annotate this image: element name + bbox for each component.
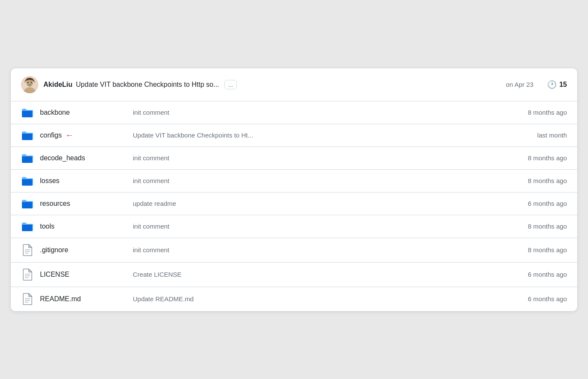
folder-icon: [21, 153, 33, 163]
commit-author: AkideLiu: [43, 81, 73, 89]
file-name[interactable]: .gitignore: [40, 246, 126, 254]
commit-message-cell: Update README.md: [133, 295, 491, 303]
more-button[interactable]: ...: [224, 80, 237, 89]
file-name[interactable]: backbone: [40, 109, 126, 116]
folder-icon: [21, 130, 33, 141]
table-row[interactable]: README.mdUpdate README.md6 months ago: [11, 287, 577, 311]
commit-message-cell: update readme: [133, 200, 491, 207]
file-name[interactable]: losses: [40, 177, 126, 185]
file-time: 8 months ago: [498, 177, 567, 184]
svg-point-1: [26, 79, 33, 87]
file-time: 8 months ago: [498, 246, 567, 254]
file-time: 8 months ago: [498, 109, 567, 116]
file-name[interactable]: README.md: [40, 295, 126, 303]
file-time: 8 months ago: [498, 154, 567, 162]
commit-message-cell: init comment: [133, 109, 491, 116]
folder-icon: [21, 107, 33, 118]
commit-message-cell: Update VIT backbone Checkpoints to Ht...: [133, 131, 491, 139]
folder-icon: [21, 176, 33, 186]
table-row[interactable]: lossesinit comment8 months ago: [11, 170, 577, 193]
file-icon: [21, 293, 33, 305]
table-row[interactable]: decode_headsinit comment8 months ago: [11, 147, 577, 170]
history-count: 15: [559, 81, 567, 89]
arrow-annotation: ←: [65, 130, 74, 140]
file-name[interactable]: decode_heads: [40, 154, 126, 162]
clock-icon: 🕐: [547, 80, 557, 89]
folder-icon: [21, 221, 33, 232]
commit-message-cell: Create LICENSE: [133, 271, 491, 278]
table-row[interactable]: configs←Update VIT backbone Checkpoints …: [11, 124, 577, 147]
avatar: [21, 76, 38, 93]
file-list: backboneinit comment8 months ago configs…: [11, 101, 577, 311]
file-time: 6 months ago: [498, 271, 567, 278]
commit-message-cell: init comment: [133, 223, 491, 230]
commit-message-cell: init comment: [133, 246, 491, 254]
file-time: last month: [498, 131, 567, 139]
table-row[interactable]: resourcesupdate readme6 months ago: [11, 193, 577, 215]
commit-header: AkideLiu Update VIT backbone Checkpoints…: [11, 68, 577, 101]
file-time: 6 months ago: [498, 200, 567, 207]
file-icon: [21, 269, 33, 281]
commit-date: on Apr 23: [506, 81, 533, 88]
file-name[interactable]: tools: [40, 223, 126, 230]
file-time: 8 months ago: [498, 223, 567, 230]
file-time: 6 months ago: [498, 295, 567, 303]
svg-point-3: [28, 82, 29, 83]
file-name[interactable]: LICENSE: [40, 271, 126, 278]
commit-message: Update VIT backbone Checkpoints to Http …: [76, 81, 219, 89]
commit-message-cell: init comment: [133, 177, 491, 184]
table-row[interactable]: backboneinit comment8 months ago: [11, 101, 577, 124]
repo-file-browser: AkideLiu Update VIT backbone Checkpoints…: [10, 68, 578, 312]
svg-point-4: [31, 82, 32, 83]
file-name[interactable]: configs←: [40, 130, 126, 140]
file-name[interactable]: resources: [40, 200, 126, 208]
file-icon: [21, 244, 33, 256]
table-row[interactable]: LICENSECreate LICENSE6 months ago: [11, 263, 577, 287]
table-row[interactable]: .gitignoreinit comment8 months ago: [11, 238, 577, 263]
history-link[interactable]: 🕐 15: [547, 80, 567, 89]
table-row[interactable]: toolsinit comment8 months ago: [11, 215, 577, 238]
commit-info: AkideLiu Update VIT backbone Checkpoints…: [43, 80, 501, 89]
commit-message-cell: init comment: [133, 154, 491, 162]
folder-icon: [21, 199, 33, 209]
